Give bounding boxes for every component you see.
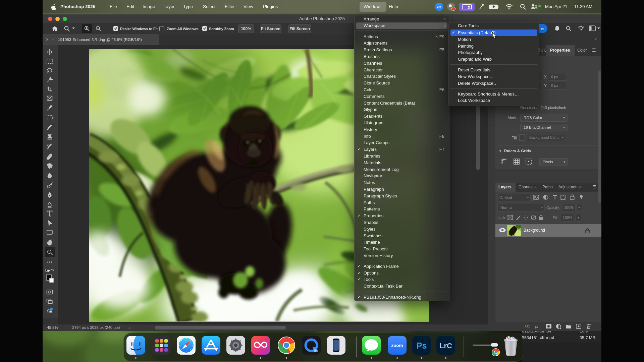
svg-text:Ps: Ps (417, 341, 427, 350)
svg-text:zoom: zoom (391, 343, 403, 348)
svg-text:fx: fx (535, 324, 538, 329)
svg-text:LrC: LrC (439, 342, 452, 350)
